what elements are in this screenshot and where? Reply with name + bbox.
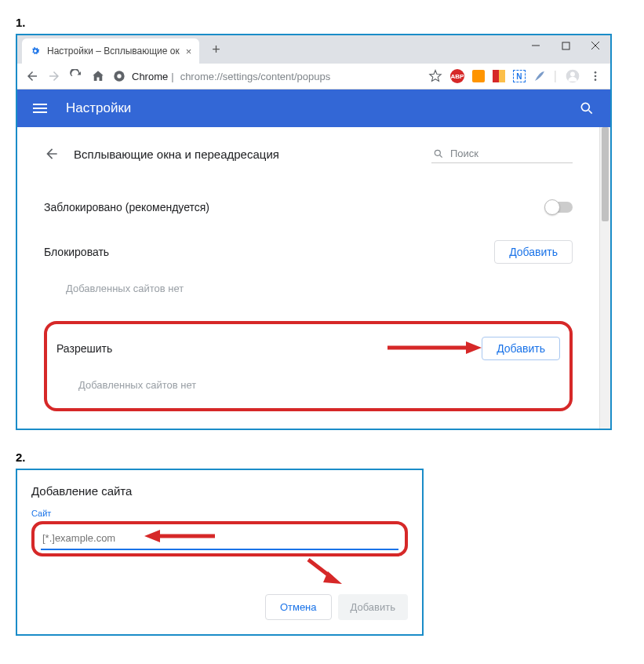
arrow-annotation <box>304 556 344 587</box>
gear-icon <box>30 46 41 57</box>
abp-icon[interactable]: ABP <box>450 69 464 83</box>
scrollbar[interactable] <box>599 127 610 429</box>
svg-point-8 <box>595 71 597 74</box>
search-icon[interactable] <box>579 100 595 116</box>
allow-highlight-box: Разрешить Добавить Добавленных сайтов не… <box>44 321 573 411</box>
new-tab-button[interactable]: + <box>206 42 227 58</box>
url-path: chrome://settings/content/popups <box>180 71 331 82</box>
browser-window: Настройки – Всплывающие ок × + Chrome | … <box>16 34 612 430</box>
svg-line-14 <box>440 155 442 157</box>
url-bar[interactable]: Chrome | chrome://settings/content/popup… <box>113 70 420 82</box>
settings-content: Всплывающие окна и переадресация Поиск З… <box>17 127 599 429</box>
extension-icons: ABP N | <box>450 68 602 84</box>
url-prefix: Chrome <box>132 71 168 82</box>
add-site-dialog: Добавление сайта Сайт Отмена Добавить <box>16 469 424 636</box>
tab-close-icon[interactable]: × <box>186 46 192 57</box>
content-search[interactable]: Поиск <box>431 144 573 163</box>
arrow-annotation <box>144 527 215 545</box>
home-icon[interactable] <box>91 69 105 83</box>
svg-point-11 <box>581 103 589 111</box>
svg-point-13 <box>435 150 440 155</box>
search-placeholder: Поиск <box>450 148 478 159</box>
svg-marker-16 <box>466 341 482 354</box>
ext-n-icon[interactable]: N <box>513 70 526 82</box>
close-icon[interactable] <box>590 40 601 51</box>
star-icon[interactable] <box>428 69 442 83</box>
svg-rect-1 <box>562 42 569 49</box>
tab-title: Настройки – Всплывающие ок <box>47 46 180 57</box>
nav-back-icon[interactable] <box>25 69 39 83</box>
svg-point-7 <box>570 72 575 77</box>
section-title: Всплывающие окна и переадресация <box>74 148 417 161</box>
nav-forward-icon[interactable] <box>47 69 61 83</box>
address-bar: Chrome | chrome://settings/content/popup… <box>17 64 610 89</box>
input-highlight-box <box>31 521 408 556</box>
field-label: Сайт <box>31 509 408 518</box>
ext-feather-icon[interactable] <box>533 70 546 82</box>
search-icon <box>433 148 444 159</box>
svg-marker-18 <box>144 530 160 542</box>
browser-tab[interactable]: Настройки – Всплывающие ок × <box>22 38 199 64</box>
menu-dots-icon[interactable] <box>588 69 602 83</box>
chrome-icon <box>113 70 126 82</box>
block-add-button[interactable]: Добавить <box>494 240 573 264</box>
profile-icon[interactable] <box>565 68 580 84</box>
add-button[interactable]: Добавить <box>338 594 408 620</box>
settings-title: Настройки <box>66 100 560 116</box>
step-1-label: 1. <box>16 16 628 29</box>
dialog-title: Добавление сайта <box>31 484 408 498</box>
ext-orange-icon[interactable] <box>472 70 485 82</box>
step-2-label: 2. <box>16 451 628 464</box>
settings-header: Настройки <box>17 89 610 127</box>
block-empty-text: Добавленных сайтов нет <box>44 270 573 312</box>
allow-empty-text: Добавленных сайтов нет <box>56 367 560 408</box>
arrow-annotation <box>387 338 482 357</box>
allow-add-button[interactable]: Добавить <box>482 337 560 360</box>
ext-flag-icon[interactable] <box>493 70 505 82</box>
cancel-button[interactable]: Отмена <box>265 594 332 620</box>
site-input[interactable] <box>41 527 398 550</box>
back-arrow-icon[interactable] <box>44 146 60 162</box>
svg-line-12 <box>589 111 592 114</box>
svg-point-10 <box>595 78 597 81</box>
reload-icon[interactable] <box>69 69 83 83</box>
hamburger-icon[interactable] <box>33 104 47 113</box>
svg-point-9 <box>595 75 597 78</box>
svg-point-5 <box>117 74 121 78</box>
blocked-toggle[interactable] <box>546 202 573 213</box>
block-section-label: Блокировать <box>44 246 494 258</box>
maximize-icon[interactable] <box>560 40 571 51</box>
blocked-label: Заблокировано (рекомендуется) <box>44 201 546 213</box>
minimize-icon[interactable] <box>530 40 541 51</box>
